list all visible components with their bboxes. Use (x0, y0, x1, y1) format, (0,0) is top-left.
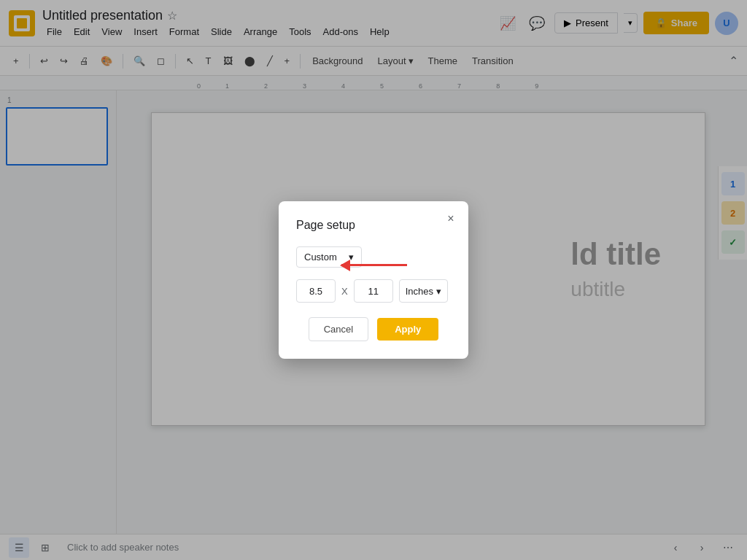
preset-label: Custom (304, 252, 337, 262)
cancel-button[interactable]: Cancel (309, 317, 368, 341)
dialog-actions: Cancel Apply (296, 317, 451, 341)
apply-button[interactable]: Apply (377, 318, 438, 341)
dimension-separator: X (341, 286, 348, 297)
unit-arrow-icon: ▾ (436, 286, 441, 297)
page-setup-dialog: Page setup × Custom ▾ X Inches ▾ Cancel … (279, 201, 468, 359)
modal-overlay: Page setup × Custom ▾ X Inches ▾ Cancel … (0, 0, 747, 560)
preset-row: Custom ▾ (296, 246, 451, 268)
unit-label: Inches (406, 286, 433, 297)
preset-arrow-icon: ▾ (349, 252, 354, 262)
dialog-title: Page setup (296, 219, 451, 232)
height-input[interactable] (354, 279, 393, 303)
dimensions-row: X Inches ▾ (296, 279, 451, 303)
unit-select[interactable]: Inches ▾ (399, 279, 448, 303)
dialog-close-button[interactable]: × (442, 210, 460, 228)
width-input[interactable] (296, 279, 336, 303)
preset-select[interactable]: Custom ▾ (296, 246, 362, 268)
